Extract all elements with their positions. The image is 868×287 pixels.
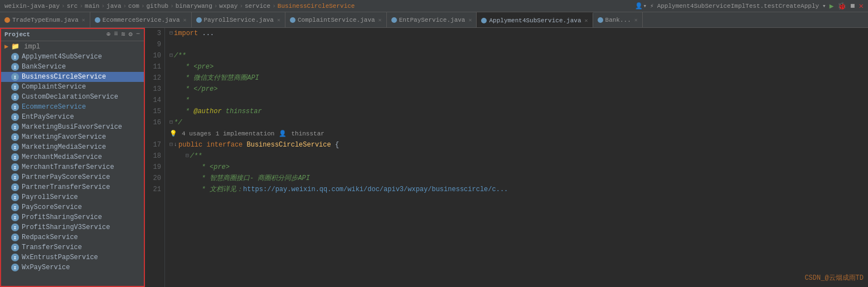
fold-icon[interactable]: ⊟ — [169, 139, 173, 150]
sidebar-item-payscore[interactable]: I PayScoreService — [0, 202, 144, 212]
tab-label: TradeTypeEnum.java — [12, 17, 79, 23]
fold-icon[interactable]: ⊟ — [186, 150, 189, 162]
sidebar-impl-folder[interactable]: ▶ 📁 impl — [0, 41, 144, 52]
run-config-icon: 👤▾ — [635, 2, 647, 9]
tab-tradetype[interactable]: TradeTypeEnum.java ✕ — [0, 12, 90, 27]
breadcrumb-item: binarywang — [176, 3, 212, 9]
sidebar-item-partnerpayscor[interactable]: I PartnerPayScoreService — [0, 172, 144, 182]
sidebar-action-icon[interactable]: ≋ — [121, 30, 125, 38]
tab-close-icon[interactable]: ✕ — [634, 17, 638, 23]
tab-icon — [4, 17, 10, 23]
sidebar-item-complaint[interactable]: I ComplaintService — [0, 82, 144, 92]
stop-button[interactable]: ⏹ — [850, 2, 856, 9]
usages-count: 4 usages — [182, 128, 211, 139]
sidebar-item-wxentrustpap[interactable]: I WxEntrustPapService — [0, 252, 144, 262]
code-area: 3 9 10 11 12 13 14 15 16 · 17 18 19 20 2… — [145, 28, 868, 287]
code-space — [243, 139, 246, 150]
interface-icon: I — [11, 143, 19, 151]
code-line-17: ⊟ ↓ public interface BusinessCircleServi… — [169, 139, 868, 150]
debug-button[interactable]: 🐞 — [837, 2, 846, 11]
sidebar-item-label: PayrollService — [22, 193, 78, 201]
tab-close-icon[interactable]: ✕ — [585, 17, 588, 24]
sidebar-item-partnertransfer[interactable]: I PartnerTransferService — [0, 182, 144, 192]
line-number: 18 — [145, 150, 161, 162]
sidebar-item-label: RedpackService — [22, 234, 78, 241]
tab-complaint[interactable]: ComplaintService.java ✕ — [285, 12, 387, 27]
sidebar-item-marketingbusi[interactable]: I MarketingBusiFavorService — [0, 122, 144, 132]
sidebar-item-label: MarketingBusiFavorService — [22, 123, 122, 131]
breadcrumb-sep: › — [214, 3, 218, 9]
fold-icon[interactable]: ⊟ — [169, 28, 173, 39]
tab-close-icon[interactable]: ✕ — [183, 17, 186, 23]
run-button[interactable]: ▶ — [830, 2, 834, 11]
interface-icon: I — [11, 153, 19, 161]
sidebar-item-label: EntPayService — [22, 113, 74, 121]
code-line-20: * 智慧商圈接口- 商圈积分同步API — [169, 173, 868, 184]
code-indent — [169, 106, 186, 117]
sidebar-item-marketingfavor[interactable]: I MarketingFavorService — [0, 132, 144, 142]
close-button[interactable]: ✕ — [859, 1, 864, 11]
breadcrumb-sep: › — [101, 3, 105, 9]
code-space — [202, 139, 206, 150]
sidebar-item-merchantmedia[interactable]: I MerchantMediaService — [0, 152, 144, 162]
sidebar-item-bank[interactable]: I BankService — [0, 62, 144, 72]
sidebar-item-label: BusinessCircleService — [22, 73, 106, 81]
line-number: 12 — [145, 72, 161, 84]
sidebar-item-ecommerce[interactable]: I EcommerceService — [0, 102, 144, 112]
tab-close-icon[interactable]: ✕ — [277, 17, 280, 23]
tab-close-icon[interactable]: ✕ — [379, 17, 382, 23]
code-line-12: * 微信支付智慧商圈API — [169, 72, 868, 84]
sidebar-item-entpay[interactable]: I EntPayService — [0, 112, 144, 122]
tab-ecommerce[interactable]: EcommerceService.java ✕ — [90, 12, 192, 27]
tab-close-icon[interactable]: ✕ — [82, 17, 85, 23]
sidebar-item-profitsharing[interactable]: I ProfitSharingService — [0, 212, 144, 222]
line-number: 10 — [145, 50, 161, 61]
sidebar-item-transfer[interactable]: I TransferService — [0, 242, 144, 252]
code-text — [169, 39, 173, 50]
tab-close-icon[interactable]: ✕ — [468, 17, 472, 23]
sidebar-item-profitsharingv3[interactable]: I ProfitSharingV3Service — [0, 222, 144, 232]
sidebar-item-applyment4sub[interactable]: I Applyment4SubService — [0, 52, 144, 62]
code-line-19: * <pre> — [169, 162, 868, 173]
sidebar-item-payroll[interactable]: I PayrollService — [0, 192, 144, 202]
breadcrumb-sep: › — [170, 3, 174, 9]
sidebar-item-redpack[interactable]: I RedpackService — [0, 232, 144, 242]
interface-icon: I — [11, 234, 19, 241]
sidebar-item-customdeclaration[interactable]: I CustomDeclarationService — [0, 92, 144, 102]
javadoc-open: /** — [174, 50, 186, 61]
sidebar-action-icon[interactable]: ⊕ — [106, 30, 110, 38]
sidebar-item-businesscircle[interactable]: I BusinessCircleService — [0, 72, 144, 82]
breadcrumb-sep: › — [239, 3, 243, 9]
code-line-15: * @author thinsstar — [169, 106, 868, 117]
sidebar-item-wxpay[interactable]: I WxPayService — [0, 262, 144, 273]
code-editor[interactable]: 3 9 10 11 12 13 14 15 16 · 17 18 19 20 2… — [145, 28, 868, 287]
breadcrumb: weixin-java-pay › src › main › java › co… — [4, 3, 635, 9]
tab-applyment[interactable]: Applyment4SubService.java ✕ — [477, 12, 593, 27]
fold-icon[interactable]: ⊟ — [169, 117, 173, 128]
code-lines: ⊟ import ... ⊟ /** * <pre> — [165, 28, 868, 287]
method-detail-link[interactable]: https://pay.weixin.qq.com/wiki/doc/apiv3… — [243, 184, 508, 195]
down-arrow-icon: ↓ — [174, 139, 177, 150]
sidebar-close-icon[interactable]: − — [136, 30, 140, 38]
author-name: thinsstar — [222, 106, 262, 117]
sidebar: Project ⊕ ≡ ≋ ⚙ − ▶ 📁 impl I Applyment4S… — [0, 28, 145, 287]
code-line-21: * 文档详见： https://pay.weixin.qq.com/wiki/d… — [169, 184, 868, 195]
fold-icon[interactable]: ⊟ — [169, 50, 173, 61]
line-number: 15 — [145, 106, 161, 117]
usages-badge[interactable]: 4 usages — [180, 128, 214, 139]
run-config-dropdown[interactable]: Applyment4SubServiceImplTest.testCreateA… — [657, 3, 819, 9]
breadcrumb-item: com — [128, 3, 139, 9]
code-line-18: ⊟ /** — [169, 150, 868, 162]
sidebar-item-marketingmedia[interactable]: I MarketingMediaService — [0, 142, 144, 152]
sidebar-action-icon[interactable]: ≡ — [114, 30, 118, 38]
code-indent — [169, 61, 186, 72]
sidebar-item-merchanttransfer[interactable]: I MerchantTransferService — [0, 162, 144, 172]
tab-entpay[interactable]: EntPayService.java ✕ — [387, 12, 477, 27]
run-dropdown-arrow[interactable]: ▾ — [822, 2, 826, 9]
sidebar-settings-icon[interactable]: ⚙ — [129, 30, 133, 38]
code-indent — [169, 95, 186, 106]
tab-payroll[interactable]: PayrollService.java ✕ — [192, 12, 285, 27]
bulb-icon[interactable]: 💡 — [169, 128, 177, 139]
impl-badge[interactable]: 1 implementation — [214, 128, 277, 139]
tab-bank[interactable]: Bank... ✕ — [593, 12, 643, 27]
